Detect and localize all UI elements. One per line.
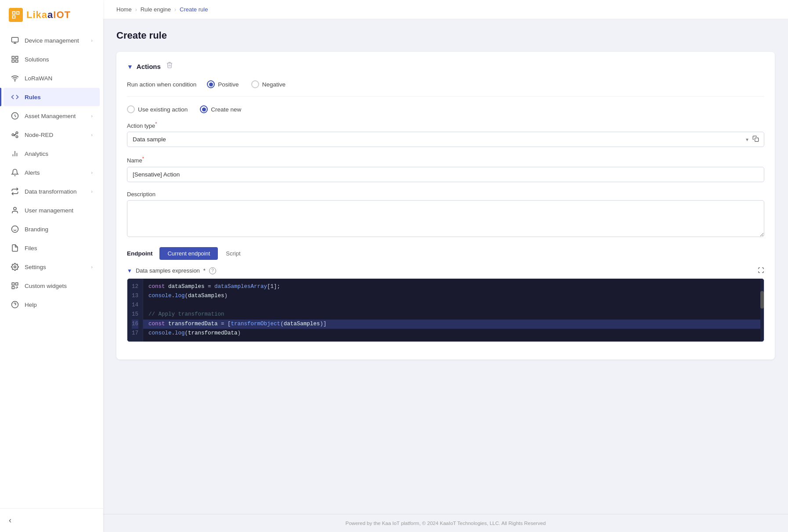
svg-rect-21 — [12, 283, 14, 285]
sidebar-label-device-management: Device management — [25, 37, 91, 44]
radio-negative-circle — [251, 80, 259, 88]
sidebar-item-help[interactable]: Help — [4, 295, 100, 314]
sidebar-item-files[interactable]: Files — [4, 239, 100, 257]
svg-rect-4 — [12, 56, 14, 58]
code-content[interactable]: const dataSamples = dataSamplesArray[1];… — [143, 279, 764, 342]
sidebar-item-rules[interactable]: Rules — [4, 88, 100, 106]
tab-current-endpoint[interactable]: Current endpoint — [159, 247, 218, 260]
sidebar-label-files: Files — [25, 245, 93, 252]
chevron-right-icon-2: › — [91, 113, 93, 119]
sidebar-label-data-transformation: Data transformation — [25, 188, 91, 195]
sidebar-item-device-management[interactable]: Device management › — [4, 31, 100, 50]
radio-create-new-label: Create new — [211, 106, 241, 113]
endpoint-row: Endpoint Current endpoint Script — [127, 247, 764, 260]
radio-positive[interactable]: Positive — [207, 80, 239, 88]
sidebar-item-alerts[interactable]: Alerts › — [4, 163, 100, 182]
svg-rect-2 — [13, 16, 15, 18]
svg-rect-1 — [17, 12, 19, 14]
logo-icon — [9, 8, 23, 22]
name-row: Name* — [127, 156, 764, 182]
radio-negative[interactable]: Negative — [251, 80, 286, 88]
radio-use-existing-label: Use existing action — [138, 106, 188, 113]
sidebar-label-custom-widgets: Custom widgets — [25, 283, 93, 289]
copy-button[interactable] — [751, 134, 761, 144]
svg-point-16 — [14, 207, 16, 210]
page-title: Create rule — [116, 30, 775, 41]
action-type-select[interactable]: Data sample — [127, 132, 764, 147]
sidebar-item-lorawan[interactable]: LoRaWAN — [4, 69, 100, 87]
action-type-select-wrapper: Data sample ▾ — [127, 132, 764, 147]
description-textarea[interactable] — [127, 200, 764, 237]
sidebar-item-settings[interactable]: Settings › — [4, 258, 100, 276]
radio-use-existing-circle — [127, 105, 135, 113]
device-icon — [11, 36, 19, 45]
main-content: Home › Rule engine › Create rule Create … — [103, 0, 788, 532]
sidebar-item-user-management[interactable]: User management — [4, 201, 100, 219]
radio-use-existing[interactable]: Use existing action — [127, 105, 188, 113]
help-icon — [11, 300, 19, 309]
sidebar-label-help: Help — [25, 302, 93, 308]
sidebar-label-asset-management: Asset Management — [25, 113, 91, 119]
node-icon — [11, 130, 19, 139]
collapse-arrow-icon: ▼ — [127, 63, 133, 70]
sidebar-item-branding[interactable]: Branding — [4, 220, 100, 238]
radio-negative-label: Negative — [262, 81, 286, 88]
code-scrollbar-thumb — [760, 291, 764, 309]
svg-point-20 — [14, 266, 16, 268]
svg-rect-6 — [12, 60, 14, 62]
actions-section-header[interactable]: ▼ Actions — [127, 61, 764, 72]
actions-title: Actions — [137, 63, 161, 70]
widgets-icon — [11, 281, 19, 290]
code-line-16: const transformedData = [transformObject… — [143, 320, 764, 329]
code-scrollbar[interactable] — [760, 279, 764, 342]
help-circle-icon[interactable]: ? — [209, 267, 216, 274]
action-type-row: Action type* Data sample ▾ — [127, 121, 764, 147]
sidebar-label-node-red: Node-RED — [25, 132, 91, 138]
chevron-right-icon: › — [91, 38, 93, 43]
sidebar-item-asset-management[interactable]: Asset Management › — [4, 107, 100, 125]
radio-positive-label: Positive — [218, 81, 239, 88]
delete-button[interactable] — [164, 60, 175, 72]
description-row: Description — [127, 191, 764, 238]
code-line-15: // Apply transformation — [148, 310, 759, 319]
description-label: Description — [127, 191, 764, 198]
sidebar-collapse-button[interactable]: ‹ — [7, 514, 13, 527]
tab-script[interactable]: Script — [218, 247, 248, 260]
name-input[interactable] — [127, 167, 764, 182]
sidebar-item-node-red[interactable]: Node-RED › — [4, 126, 100, 144]
chevron-right-icon-5: › — [91, 189, 93, 194]
endpoint-label: Endpoint — [127, 250, 152, 257]
breadcrumb-home[interactable]: Home — [116, 6, 132, 13]
sidebar-item-data-transformation[interactable]: Data transformation › — [4, 182, 100, 201]
sidebar-item-analytics[interactable]: Analytics — [4, 144, 100, 163]
svg-point-12 — [16, 136, 18, 138]
svg-rect-7 — [16, 60, 18, 62]
chevron-right-icon-3: › — [91, 132, 93, 137]
transform-icon — [11, 187, 19, 196]
nav-items: Device management › Solutions LoRaWAN Ru… — [0, 29, 103, 508]
svg-point-10 — [12, 134, 14, 136]
sidebar-label-solutions: Solutions — [25, 56, 93, 63]
sidebar-item-solutions[interactable]: Solutions — [4, 50, 100, 68]
radio-positive-circle — [207, 80, 215, 88]
breadcrumb-rule-engine[interactable]: Rule engine — [141, 6, 171, 13]
code-line-13: console.log(dataSamples) — [148, 291, 759, 301]
sidebar-item-custom-widgets[interactable]: Custom widgets — [4, 277, 100, 295]
line-num-14: 14 — [132, 301, 138, 310]
top-bar: Home › Rule engine › Create rule — [103, 0, 788, 19]
grid-icon — [11, 55, 19, 64]
code-section: ▼ Data samples expression* ? 12 13 — [127, 267, 764, 342]
svg-rect-5 — [16, 56, 18, 58]
line-numbers: 12 13 14 15 16 17 — [127, 279, 143, 342]
sidebar: LikaaIOT Device management › Solutions L… — [0, 0, 103, 532]
svg-rect-3 — [12, 37, 18, 42]
breadcrumb-current: Create rule — [180, 6, 208, 13]
sidebar-label-branding: Branding — [25, 226, 93, 233]
code-section-label: Data samples expression — [136, 267, 200, 274]
footer: Powered by the Kaa IoT platform, © 2024 … — [103, 514, 788, 532]
svg-rect-0 — [13, 12, 15, 14]
expand-code-button[interactable] — [758, 267, 764, 275]
line-num-16: 16 — [132, 320, 138, 329]
collapse-code-arrow-icon: ▼ — [127, 268, 132, 274]
radio-create-new[interactable]: Create new — [200, 105, 241, 113]
